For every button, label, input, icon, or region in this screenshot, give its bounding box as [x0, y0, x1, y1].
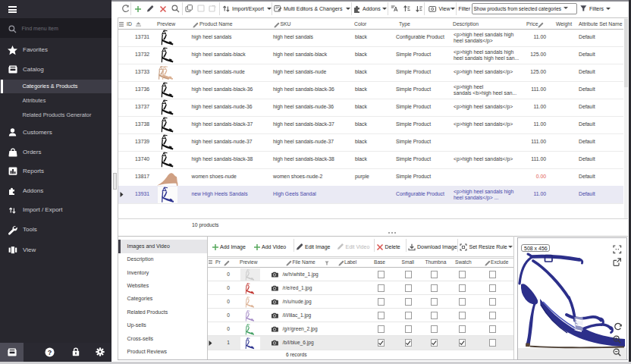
svg-text:?: ?: [48, 349, 52, 356]
